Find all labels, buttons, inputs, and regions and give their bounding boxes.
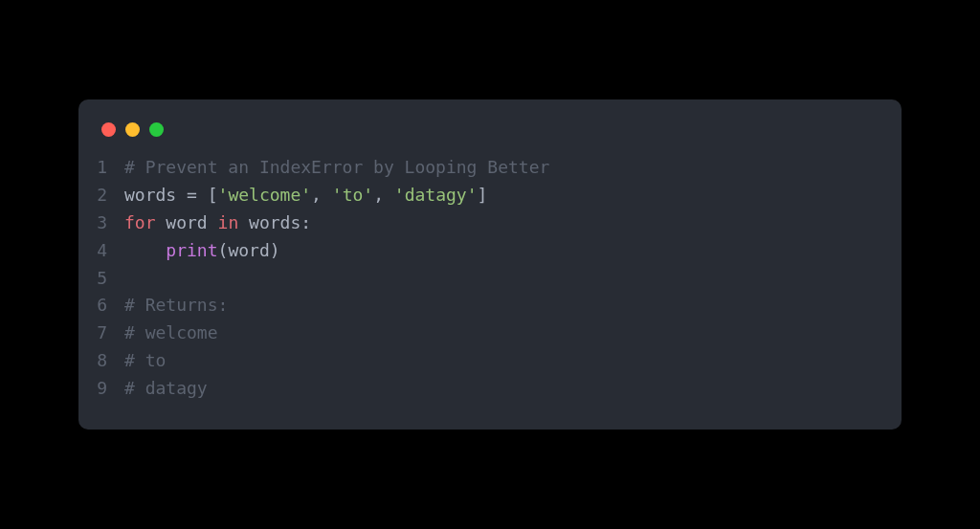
code-token: ] <box>478 185 488 205</box>
code-editor-window: 1# Prevent an IndexError by Looping Bett… <box>78 99 902 429</box>
code-token: ( <box>218 240 229 260</box>
code-token: # Returns: <box>124 295 228 315</box>
line-content: # to <box>124 347 166 375</box>
code-token: # datagy <box>124 378 208 398</box>
line-number: 7 <box>78 320 124 347</box>
code-line: 9# datagy <box>78 375 902 403</box>
code-token: , <box>311 185 332 205</box>
code-token: [ <box>208 185 218 205</box>
code-token: words <box>238 212 301 232</box>
code-line: 8# to <box>78 347 902 375</box>
code-token: ) <box>270 240 280 260</box>
code-token: , <box>373 185 394 205</box>
code-token: : <box>301 212 311 232</box>
code-line: 1# Prevent an IndexError by Looping Bett… <box>78 154 902 182</box>
code-token: 'datagy' <box>394 185 478 205</box>
code-token <box>197 185 208 205</box>
line-number: 8 <box>78 347 124 375</box>
code-line: 2words = ['welcome', 'to', 'datagy'] <box>78 182 902 209</box>
line-number: 3 <box>78 209 124 237</box>
line-number: 4 <box>78 237 124 265</box>
code-token: 'welcome' <box>218 185 312 205</box>
window-controls <box>78 122 902 154</box>
code-line: 3for word in words: <box>78 209 902 237</box>
code-line: 6# Returns: <box>78 292 902 320</box>
code-token <box>124 240 166 260</box>
line-number: 5 <box>78 265 124 293</box>
code-token: 'to' <box>332 185 373 205</box>
code-line: 5 <box>78 265 902 293</box>
code-line: 7# welcome <box>78 320 902 347</box>
line-content: # Returns: <box>124 292 228 320</box>
close-icon[interactable] <box>101 122 116 137</box>
code-token: # welcome <box>124 322 218 342</box>
line-number: 1 <box>78 154 124 182</box>
line-content: for word in words: <box>124 209 311 237</box>
code-token: print <box>166 240 217 260</box>
code-token: in <box>218 212 239 232</box>
line-content: print(word) <box>124 237 280 265</box>
zoom-icon[interactable] <box>149 122 164 137</box>
code-token: words <box>124 185 187 205</box>
code-token: = <box>187 185 197 205</box>
code-line: 4 print(word) <box>78 237 902 265</box>
code-token: # to <box>124 350 166 370</box>
code-area: 1# Prevent an IndexError by Looping Bett… <box>78 154 902 402</box>
line-content: words = ['welcome', 'to', 'datagy'] <box>124 182 487 209</box>
minimize-icon[interactable] <box>125 122 140 137</box>
code-token: word <box>156 212 218 232</box>
code-token: # Prevent an IndexError by Looping Bette… <box>124 157 549 177</box>
line-content: # welcome <box>124 320 218 347</box>
line-content: # Prevent an IndexError by Looping Bette… <box>124 154 549 182</box>
code-token: for <box>124 212 156 232</box>
line-number: 6 <box>78 292 124 320</box>
line-number: 9 <box>78 375 124 403</box>
code-token: word <box>228 240 269 260</box>
line-content: # datagy <box>124 375 208 403</box>
line-number: 2 <box>78 182 124 209</box>
